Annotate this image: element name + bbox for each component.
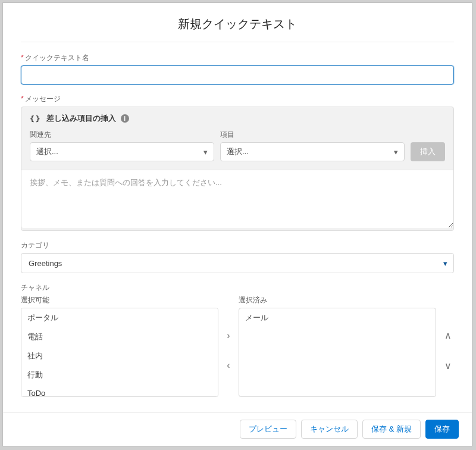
- move-down-button[interactable]: ∨: [442, 358, 454, 374]
- list-item[interactable]: メール: [239, 308, 436, 327]
- related-select[interactable]: 選択... ▾: [30, 142, 214, 161]
- available-listbox[interactable]: ポータル電話社内行動ToDo: [21, 308, 218, 397]
- chevron-down-icon: ▾: [394, 148, 398, 157]
- merge-controls-row: 関連先 選択... ▾ 項目 選択... ▾: [21, 127, 453, 170]
- preview-button[interactable]: プレビュー: [240, 420, 296, 439]
- list-item[interactable]: 行動: [21, 365, 218, 385]
- modal-dialog: 新規クイックテキスト クイックテキスト名 メッセージ {} 差し込み項目の挿入 …: [2, 2, 472, 446]
- move-up-button[interactable]: ∧: [442, 327, 454, 343]
- chevron-down-icon: ▾: [203, 148, 208, 157]
- chevron-down-icon: ▾: [443, 259, 447, 268]
- item-col: 項目 選択... ▾: [220, 130, 405, 161]
- chevron-left-icon: ‹: [227, 360, 230, 370]
- available-label: 選択可能: [21, 295, 218, 305]
- modal-header: 新規クイックテキスト: [21, 3, 454, 42]
- merge-header: {} 差し込み項目の挿入 i: [21, 107, 453, 127]
- transfer-buttons: › ‹: [224, 295, 232, 397]
- related-col: 関連先 選択... ▾: [30, 130, 214, 161]
- info-icon[interactable]: i: [121, 114, 129, 123]
- selected-column: 選択済み メール: [239, 295, 436, 397]
- message-textarea[interactable]: [21, 170, 453, 228]
- selected-listbox[interactable]: メール: [239, 308, 436, 397]
- dual-list-row: 選択可能 ポータル電話社内行動ToDo › ‹ 選択済み メール: [21, 295, 454, 397]
- scroll-area[interactable]: 新規クイックテキスト クイックテキスト名 メッセージ {} 差し込み項目の挿入 …: [3, 3, 472, 412]
- item-select-text: 選択...: [227, 146, 249, 157]
- item-select[interactable]: 選択... ▾: [220, 142, 405, 161]
- list-item[interactable]: 社内: [21, 346, 218, 365]
- name-label: クイックテキスト名: [21, 53, 454, 63]
- merge-fields-panel: {} 差し込み項目の挿入 i 関連先 選択... ▾: [21, 107, 454, 231]
- save-button[interactable]: 保存: [425, 420, 459, 439]
- category-select[interactable]: Greetings ▾: [21, 253, 454, 273]
- list-item[interactable]: 電話: [21, 327, 218, 346]
- modal-footer: プレビュー キャンセル 保存 & 新規 保存: [3, 412, 472, 446]
- related-select-text: 選択...: [36, 146, 58, 157]
- chevron-right-icon: ›: [227, 330, 230, 340]
- name-input[interactable]: [21, 65, 454, 85]
- message-field-group: メッセージ {} 差し込み項目の挿入 i 関連先 選択... ▾: [21, 94, 454, 231]
- insert-button[interactable]: 挿入: [411, 142, 445, 161]
- selected-label: 選択済み: [239, 295, 436, 305]
- save-and-new-button[interactable]: 保存 & 新規: [362, 420, 421, 439]
- chevron-down-icon: ∨: [444, 361, 452, 371]
- related-label: 関連先: [30, 130, 214, 140]
- cancel-button[interactable]: キャンセル: [301, 420, 358, 439]
- channel-section: チャネル 選択可能 ポータル電話社内行動ToDo › ‹: [21, 283, 454, 397]
- merge-title: 差し込み項目の挿入: [46, 113, 116, 124]
- list-item[interactable]: ポータル: [21, 308, 218, 327]
- chevron-up-icon: ∧: [444, 330, 452, 340]
- item-label: 項目: [220, 130, 405, 140]
- available-column: 選択可能 ポータル電話社内行動ToDo: [21, 295, 218, 397]
- category-field-group: カテゴリ Greetings ▾: [21, 240, 454, 273]
- merge-field-icon: {}: [30, 114, 42, 123]
- message-label: メッセージ: [21, 94, 454, 104]
- move-right-button[interactable]: ›: [224, 328, 232, 343]
- channel-label: チャネル: [21, 283, 454, 293]
- move-left-button[interactable]: ‹: [224, 358, 232, 373]
- form-body: クイックテキスト名 メッセージ {} 差し込み項目の挿入 i 関連先: [3, 53, 472, 408]
- modal-title: 新規クイックテキスト: [21, 16, 454, 32]
- list-item[interactable]: ToDo: [21, 385, 218, 397]
- category-select-text: Greetings: [29, 259, 62, 268]
- category-label: カテゴリ: [21, 240, 454, 251]
- reorder-buttons: ∧ ∨: [442, 295, 454, 397]
- name-field-group: クイックテキスト名: [21, 53, 454, 85]
